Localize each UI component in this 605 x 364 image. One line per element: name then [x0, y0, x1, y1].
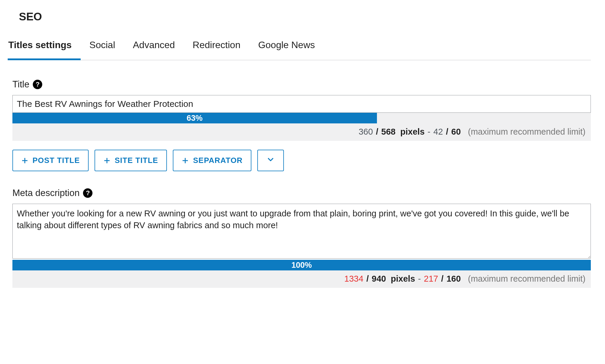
more-tags-button[interactable] — [257, 150, 284, 171]
title-pixels-max: 568 — [381, 127, 396, 136]
plus-icon — [21, 157, 28, 164]
meta-limit-text: (maximum recommended limit) — [468, 274, 586, 283]
meta-pixels-max: 940 — [372, 274, 386, 283]
separator-label: SEPARATOR — [193, 156, 243, 165]
site-title-label: SITE TITLE — [115, 156, 158, 165]
pixels-word: pixels — [400, 127, 425, 136]
title-chars-current: 42 — [433, 127, 443, 136]
meta-progress: 100% — [12, 260, 591, 270]
title-label-row: Title ? — [12, 79, 591, 90]
tab-google-news[interactable]: Google News — [258, 37, 315, 60]
title-chars-max: 60 — [451, 127, 461, 136]
site-title-button[interactable]: SITE TITLE — [95, 150, 167, 171]
meta-label-row: Meta description ? — [12, 188, 591, 198]
separator-button[interactable]: SEPARATOR — [173, 150, 251, 171]
tag-buttons-row: POST TITLE SITE TITLE SEPARATOR — [12, 150, 591, 171]
meta-progress-percent: 100% — [291, 261, 312, 270]
page-title: SEO — [19, 11, 591, 23]
title-section: Title ? 63% 360 / 568 pixels - 42 / 60 (… — [8, 79, 591, 171]
tab-social[interactable]: Social — [90, 37, 115, 60]
meta-stats: 1334 / 940 pixels - 217 / 160 (maximum r… — [12, 270, 591, 288]
title-input[interactable] — [12, 95, 591, 113]
meta-chars-max: 160 — [446, 274, 461, 283]
meta-pixels-current: 1334 — [344, 274, 364, 283]
meta-description-section: Meta description ? 100% 1334 / 940 pixel… — [8, 188, 591, 288]
help-icon[interactable]: ? — [83, 188, 92, 198]
post-title-label: POST TITLE — [32, 156, 80, 165]
meta-chars-current: 217 — [424, 274, 438, 283]
pixels-word: pixels — [391, 274, 415, 283]
meta-description-textarea[interactable] — [12, 204, 591, 259]
post-title-button[interactable]: POST TITLE — [12, 150, 89, 171]
title-progress: 63% — [12, 113, 591, 123]
help-icon[interactable]: ? — [33, 80, 42, 89]
tab-titles-settings[interactable]: Titles settings — [8, 37, 72, 60]
tab-redirection[interactable]: Redirection — [193, 37, 240, 60]
plus-icon — [182, 157, 189, 164]
title-label: Title — [12, 79, 29, 90]
chevron-down-icon — [267, 156, 274, 165]
title-limit-text: (maximum recommended limit) — [468, 127, 586, 136]
title-stats: 360 / 568 pixels - 42 / 60 (maximum reco… — [12, 123, 591, 141]
tabs-bar: Titles settings Social Advanced Redirect… — [8, 37, 591, 60]
tab-advanced[interactable]: Advanced — [133, 37, 175, 60]
meta-label: Meta description — [12, 188, 79, 198]
meta-progress-bar: 100% — [12, 260, 591, 270]
title-progress-bar: 63% — [12, 113, 377, 123]
title-progress-percent: 63% — [187, 114, 203, 123]
plus-icon — [103, 157, 110, 164]
title-pixels-current: 360 — [359, 127, 373, 136]
